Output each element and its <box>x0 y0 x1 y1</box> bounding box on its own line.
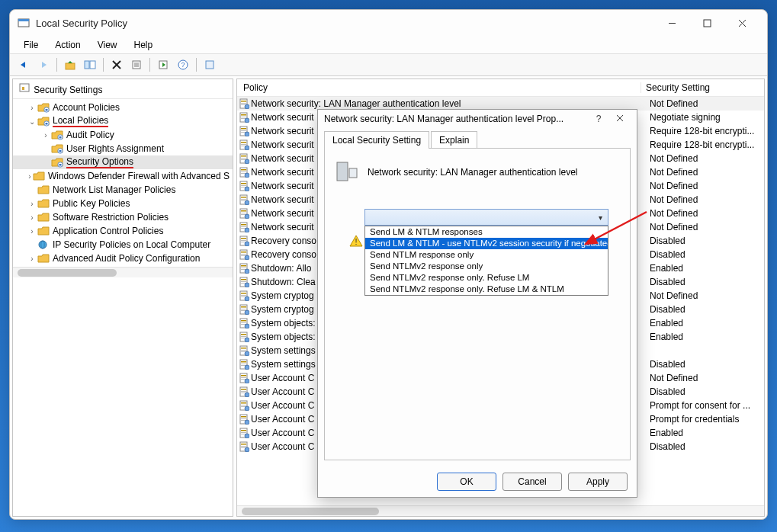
tree-node[interactable]: ›Application Control Policies <box>13 224 233 238</box>
menu-action[interactable]: Action <box>47 38 88 52</box>
properties-button[interactable] <box>127 56 146 73</box>
combo-dropdown-list[interactable]: Send LM & NTLM responsesSend LM & NTLM -… <box>364 226 608 296</box>
column-policy[interactable]: Policy <box>243 82 641 93</box>
list-scrollbar[interactable] <box>237 505 764 516</box>
menu-help[interactable]: Help <box>127 38 161 52</box>
tree-node[interactable]: ⌄Local Policies <box>13 114 233 128</box>
up-folder-button[interactable] <box>61 56 79 73</box>
policy-icon <box>237 428 251 438</box>
policy-icon <box>237 318 251 328</box>
policy-icon <box>237 359 251 370</box>
delete-button[interactable] <box>108 56 126 73</box>
refresh-button[interactable] <box>201 56 219 73</box>
tree-label: Account Policies <box>53 102 120 113</box>
ok-button[interactable]: OK <box>437 473 496 491</box>
svg-point-47 <box>245 132 249 136</box>
apply-button[interactable]: Apply <box>568 473 628 491</box>
tree-label: Public Key Policies <box>53 198 130 209</box>
tree-node[interactable]: IP Security Policies on Local Computer <box>13 238 233 252</box>
svg-rect-3 <box>704 20 711 27</box>
policy-setting: Not Defined <box>647 98 764 109</box>
minimize-button[interactable] <box>654 12 689 34</box>
globe-icon <box>37 239 50 250</box>
tree-node[interactable]: ›Account Policies <box>13 101 233 114</box>
tree-node[interactable]: ›Software Restriction Policies <box>13 210 233 224</box>
tab-local-security-setting[interactable]: Local Security Setting <box>324 131 429 149</box>
combo-option[interactable]: Send NTLMv2 response only. Refuse LM & N… <box>365 284 608 295</box>
column-setting[interactable]: Security Setting <box>641 82 758 93</box>
policy-name: Network security: LAN Manager authentica… <box>251 98 647 109</box>
svg-rect-40 <box>241 117 246 117</box>
cancel-button[interactable]: Cancel <box>502 473 562 491</box>
combo-option[interactable]: Send LM & NTLM - use NTLMv2 session secu… <box>365 238 608 249</box>
close-button[interactable] <box>724 12 759 34</box>
folder-icon <box>37 253 50 264</box>
menu-view[interactable]: View <box>90 38 125 52</box>
dialog-policy-name: Network security: LAN Manager authentica… <box>368 167 577 178</box>
tree-node[interactable]: Security Options <box>13 155 233 169</box>
menu-file[interactable]: File <box>16 38 46 52</box>
forward-button[interactable] <box>34 56 53 73</box>
svg-point-157 <box>245 434 249 438</box>
combo-option[interactable]: Send NTLM response only <box>365 249 608 261</box>
svg-rect-145 <box>241 405 246 405</box>
tree-node[interactable]: ›Public Key Policies <box>13 197 233 210</box>
combo-option[interactable]: Send LM & NTLM responses <box>365 226 608 238</box>
tree-label: IP Security Policies on Local Computer <box>53 239 210 250</box>
policy-setting: Disabled <box>647 441 764 452</box>
svg-rect-139 <box>241 389 246 390</box>
tree-scrollbar[interactable] <box>13 267 233 277</box>
policy-setting: Not Defined <box>647 373 764 383</box>
svg-point-162 <box>245 447 249 452</box>
tree-panel[interactable]: Security Settings ›Account Policies⌄Loca… <box>12 79 233 517</box>
show-hide-tree-button[interactable] <box>81 56 99 73</box>
svg-point-67 <box>245 187 249 191</box>
policy-icon <box>237 441 251 452</box>
svg-point-152 <box>245 420 249 425</box>
tree-node[interactable]: Network List Manager Policies <box>13 183 233 197</box>
tree-label: Advanced Audit Policy Configuration <box>53 253 200 264</box>
svg-rect-110 <box>241 309 246 309</box>
policy-icon <box>237 249 251 260</box>
svg-rect-18 <box>206 61 214 69</box>
policy-icon <box>237 263 251 274</box>
auth-level-combo[interactable]: ! ▾ Send LM & NTLM responsesSend LM & NT… <box>364 209 608 226</box>
svg-rect-89 <box>241 252 246 253</box>
tree-node[interactable]: ›Audit Policy <box>13 128 233 142</box>
svg-rect-26 <box>59 136 62 139</box>
policy-icon <box>237 373 251 383</box>
app-icon <box>18 17 30 29</box>
policy-setting: Not Defined <box>647 167 764 178</box>
svg-rect-130 <box>241 364 246 364</box>
folder-icon <box>33 171 45 181</box>
tree-label: Windows Defender Firewall with Advanced … <box>48 171 230 181</box>
maximize-button[interactable] <box>689 12 724 34</box>
svg-rect-8 <box>90 61 95 69</box>
svg-rect-84 <box>241 238 246 239</box>
help-button[interactable]: ? <box>174 56 192 73</box>
tab-explain[interactable]: Explain <box>431 131 477 149</box>
dialog-close-button[interactable] <box>609 114 631 124</box>
svg-rect-1 <box>18 19 29 21</box>
policy-icon <box>237 386 251 397</box>
policy-icon <box>237 194 251 205</box>
back-button[interactable] <box>14 56 33 73</box>
tree-node[interactable]: ›Advanced Audit Policy Configuration <box>13 252 233 265</box>
policy-setting: Enabled <box>647 428 764 438</box>
svg-rect-125 <box>241 350 246 351</box>
tree-label: Network List Manager Policies <box>53 184 175 195</box>
svg-rect-115 <box>241 322 246 323</box>
export-button[interactable] <box>154 56 172 73</box>
combo-option[interactable]: Send NTLMv2 response only. Refuse LM <box>365 272 608 284</box>
folder-badge-icon <box>51 157 63 168</box>
tree-node[interactable]: User Rights Assignment <box>13 142 233 155</box>
policy-setting: Disabled <box>647 304 764 315</box>
svg-point-87 <box>245 242 249 246</box>
policy-icon <box>237 290 251 301</box>
combo-option[interactable]: Send NTLMv2 response only <box>365 261 608 272</box>
folder-icon <box>37 184 50 195</box>
svg-point-147 <box>245 406 249 411</box>
tree-node[interactable]: ›Windows Defender Firewall with Advanced… <box>13 169 233 183</box>
dialog-help-button[interactable]: ? <box>588 114 609 124</box>
svg-rect-45 <box>241 130 246 131</box>
